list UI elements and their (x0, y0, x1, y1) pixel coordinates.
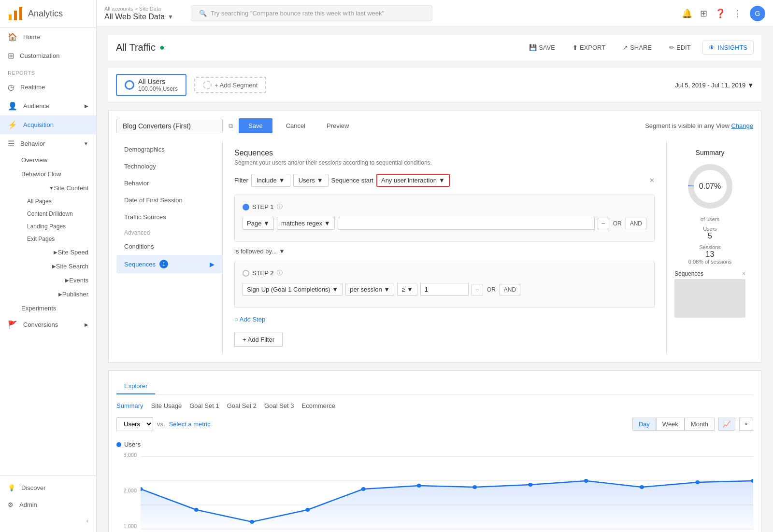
chart-legend: Users (116, 441, 753, 448)
step1-operator-select[interactable]: matches regex ▼ (277, 217, 335, 230)
sidebar-item-landing-pages[interactable]: Landing Pages (0, 220, 96, 233)
editor-cancel-button[interactable]: Cancel (278, 118, 313, 133)
segment-editor: ⧉ Save Cancel Preview Segment is visible… (108, 110, 761, 363)
sidebar-item-conversions[interactable]: 🚩 Conversions ▶ (0, 315, 96, 334)
sub-tab-summary[interactable]: Summary (116, 400, 143, 411)
tab-demographics[interactable]: Demographics (116, 141, 222, 158)
segment-bar: All Users 100.00% Users + Add Segment Ju… (108, 68, 761, 102)
users-select[interactable]: Users ▼ (293, 174, 329, 187)
property-selector[interactable]: All Web Site Data ▼ (104, 13, 173, 21)
segment-pill[interactable]: All Users 100.00% Users (116, 74, 186, 96)
tab-technology[interactable]: Technology (116, 158, 222, 175)
step2-remove-button[interactable]: − (472, 284, 483, 295)
sidebar-item-publisher[interactable]: ▶ Publisher (0, 287, 96, 301)
include-select[interactable]: Include ▼ (251, 174, 290, 187)
sidebar-item-customization[interactable]: ⊞ Customization (0, 46, 96, 65)
step1-and-button[interactable]: AND (626, 218, 646, 229)
step1-info-icon[interactable]: ⓘ (277, 203, 283, 211)
scatter-chart-button[interactable]: ⚬ (739, 418, 753, 431)
sub-tab-ecommerce[interactable]: Ecommerce (302, 400, 335, 411)
edit-button[interactable]: ✏ EDIT (663, 41, 697, 54)
more-icon[interactable]: ⋮ (733, 8, 742, 19)
tab-conditions[interactable]: Conditions (116, 238, 222, 255)
sidebar-item-home[interactable]: 🏠 Home (0, 28, 96, 46)
sequences-thumb-close[interactable]: × (742, 270, 745, 277)
sub-tab-goal-set-2[interactable]: Goal Set 2 (227, 400, 257, 411)
share-button[interactable]: ↗ SHARE (617, 41, 658, 54)
add-step-button[interactable]: ○ Add Step (234, 314, 655, 325)
metric-select[interactable]: Users (116, 417, 153, 431)
topbar-search[interactable]: 🔍 Try searching "Compare bounce rate thi… (191, 5, 432, 21)
week-period-button[interactable]: Week (656, 418, 685, 431)
add-filter-button[interactable]: + Add Filter (234, 333, 283, 347)
sidebar-item-acquisition[interactable]: ⚡ Acquisition (0, 115, 96, 134)
change-link[interactable]: Change (731, 122, 753, 129)
sidebar-item-behavior-flow[interactable]: Behavior Flow (0, 167, 96, 181)
sub-tab-site-usage[interactable]: Site Usage (151, 400, 182, 411)
exit-pages-label: Exit Pages (27, 236, 55, 242)
day-period-button[interactable]: Day (632, 418, 656, 431)
any-user-interaction-select[interactable]: Any user interaction ▼ (376, 174, 450, 187)
step1-remove-button[interactable]: − (598, 218, 609, 229)
chart-point (640, 485, 644, 489)
sidebar-item-experiments[interactable]: Experiments (0, 301, 96, 315)
users-caret: ▼ (317, 177, 323, 184)
content-drilldown-label: Content Drilldown (27, 210, 73, 217)
step2-and-button[interactable]: AND (500, 284, 520, 295)
select-metric-link[interactable]: Select a metric (169, 420, 211, 428)
sidebar-item-admin[interactable]: ⚙ Admin (0, 496, 96, 513)
line-chart-button[interactable]: 📈 (718, 418, 735, 431)
save-button[interactable]: 💾 SAVE (523, 41, 561, 54)
sidebar-item-site-speed[interactable]: ▶ Site Speed (0, 245, 96, 259)
sidebar-item-exit-pages[interactable]: Exit Pages (0, 233, 96, 245)
step2-circle (243, 270, 249, 277)
step1-value-input[interactable] (338, 217, 595, 230)
tab-sequences[interactable]: Sequences 1 ▶ (116, 255, 222, 273)
export-button[interactable]: ⬆ EXPORT (567, 41, 611, 54)
sub-tab-goal-set-1[interactable]: Goal Set 1 (189, 400, 219, 411)
user-avatar[interactable]: G (750, 6, 765, 21)
tab-date-of-first-session[interactable]: Date of First Session (116, 192, 222, 209)
help-icon[interactable]: ❓ (715, 8, 726, 19)
sequences-badge: 1 (159, 260, 168, 268)
copy-icon[interactable]: ⧉ (229, 122, 233, 130)
sidebar-item-all-pages[interactable]: All Pages (0, 195, 96, 208)
step2-operator2-select[interactable]: per session ▼ (345, 283, 394, 296)
sidebar-item-realtime[interactable]: ◷ Realtime (0, 78, 96, 97)
sidebar-item-label: Acquisition (23, 121, 54, 128)
behavior-flow-label: Behavior Flow (21, 170, 61, 178)
step1-operator-caret: ▼ (324, 220, 330, 227)
sidebar-collapse-button[interactable]: ‹ (0, 513, 96, 528)
add-segment-button[interactable]: + Add Segment (194, 77, 266, 93)
month-period-button[interactable]: Month (685, 418, 715, 431)
insights-button[interactable]: 👁 INSIGHTS (702, 41, 754, 55)
chart-point (194, 508, 199, 512)
step1-field-select[interactable]: Page ▼ (243, 217, 274, 230)
sidebar-item-audience[interactable]: 👤 Audience ▶ (0, 97, 96, 115)
sidebar-item-events[interactable]: ▶ Events (0, 273, 96, 287)
sidebar-item-content-drilldown[interactable]: Content Drilldown (0, 208, 96, 220)
notifications-icon[interactable]: 🔔 (682, 8, 692, 19)
sidebar-item-site-content[interactable]: ▼ Site Content (0, 181, 96, 195)
sidebar-item-site-search[interactable]: ▶ Site Search (0, 259, 96, 273)
editor-preview-button[interactable]: Preview (319, 118, 357, 133)
tab-behavior[interactable]: Behavior (116, 175, 222, 192)
filter-label: Filter (234, 177, 248, 184)
tab-explorer[interactable]: Explorer (116, 378, 155, 394)
segment-name-input[interactable] (116, 119, 223, 133)
date-range-selector[interactable]: Jul 5, 2019 - Jul 11, 2019 ▼ (675, 82, 754, 89)
sidebar-item-behavior[interactable]: ☰ Behavior ▼ (0, 134, 96, 153)
apps-icon[interactable]: ⊞ (700, 8, 707, 19)
filter-close-icon[interactable]: ✕ (649, 177, 655, 184)
editor-save-button[interactable]: Save (239, 118, 272, 133)
sub-tab-goal-set-3[interactable]: Goal Set 3 (264, 400, 294, 411)
step2-info-icon[interactable]: ⓘ (277, 269, 283, 277)
tab-traffic-sources[interactable]: Traffic Sources (116, 209, 222, 225)
step2-operator3-select[interactable]: ≥ ▼ (397, 283, 417, 296)
sidebar-item-discover[interactable]: 💡 Discover (0, 479, 96, 496)
step2-field-select[interactable]: Sign Up (Goal 1 Completions) ▼ (243, 283, 343, 296)
sidebar-item-overview[interactable]: Overview (0, 153, 96, 167)
is-followed-caret[interactable]: ▼ (279, 248, 285, 255)
step2-value-input[interactable] (420, 283, 469, 296)
chart-point (250, 520, 254, 524)
